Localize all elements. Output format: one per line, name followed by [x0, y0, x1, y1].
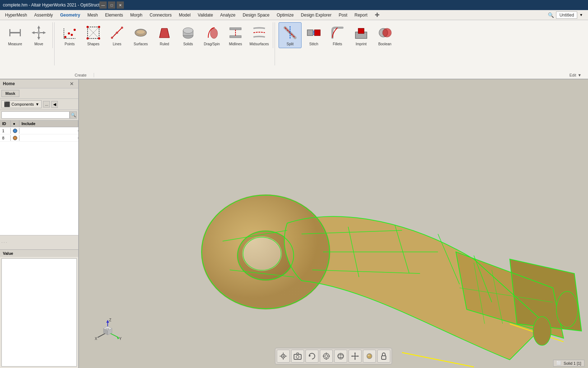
menubar: HyperMesh Assembly Geometry Mesh Element… — [0, 10, 588, 20]
menu-design-explorer[interactable]: Design Explorer — [297, 11, 335, 19]
viewport[interactable]: Z Y X TOP — [79, 79, 588, 368]
tool-surfaces[interactable]: Surfaces — [129, 22, 152, 48]
svg-point-12 — [64, 36, 66, 38]
tool-shapes[interactable]: Shapes — [82, 22, 105, 48]
svg-marker-109 — [358, 355, 359, 357]
ellipsis-label: · · · — [1, 240, 7, 244]
tool-group-basic: Measure Move — [1, 22, 53, 48]
svg-rect-41 — [307, 30, 313, 36]
row-id: 8 — [0, 135, 11, 141]
search-input[interactable] — [1, 111, 70, 119]
svg-rect-37 — [230, 28, 241, 30]
tool-midlines[interactable]: Midlines — [224, 22, 247, 48]
search-button[interactable]: 🔍 — [70, 111, 77, 119]
tool-solids[interactable]: Solids — [177, 22, 200, 48]
menu-report[interactable]: Report — [351, 11, 371, 19]
panel-close-button[interactable]: ✕ — [68, 81, 75, 87]
view-tool[interactable] — [277, 350, 290, 363]
svg-point-35 — [183, 28, 193, 33]
bottom-toolbar — [275, 348, 392, 364]
fillets-icon — [329, 24, 346, 41]
menu-model[interactable]: Model — [175, 11, 194, 19]
svg-point-49 — [383, 28, 391, 37]
home-label: Home — [3, 81, 15, 86]
tool-ruled[interactable]: Ruled — [153, 22, 176, 48]
svg-point-96 — [325, 355, 328, 358]
move-label: Move — [34, 42, 43, 46]
tool-fillets[interactable]: Fillets — [326, 22, 349, 48]
tool-stitch[interactable]: Stitch — [302, 22, 325, 48]
tool-lines[interactable]: Lines — [106, 22, 129, 48]
svg-point-27 — [121, 27, 123, 29]
value-label: Value — [3, 251, 13, 256]
panel-middle: · · · — [0, 235, 78, 249]
menu-validate[interactable]: Validate — [194, 11, 216, 19]
menu-morph[interactable]: Morph — [127, 11, 146, 19]
surfaces-icon — [132, 24, 149, 41]
svg-point-15 — [74, 29, 76, 31]
search-icon[interactable]: 🔍 — [548, 12, 554, 18]
svg-rect-1 — [9, 29, 10, 36]
menu-analyze[interactable]: Analyze — [216, 11, 239, 19]
svg-marker-30 — [159, 28, 169, 38]
lock-tool[interactable] — [377, 350, 390, 363]
minimize-button[interactable]: — — [99, 1, 107, 9]
tool-dragspin[interactable]: Drag/Spin — [200, 22, 223, 48]
menu-post[interactable]: Post — [335, 11, 351, 19]
titlebar-controls[interactable]: — □ ✕ — [99, 1, 124, 9]
svg-point-20 — [98, 26, 100, 28]
edit-dropdown-icon[interactable]: ▼ — [578, 73, 582, 77]
component-selector-row: ⬛ Components ▼ ... ◀ — [0, 99, 78, 110]
render-tool[interactable] — [363, 350, 376, 363]
tool-group-edit: Split Stitch — [276, 22, 398, 48]
rotate-tool[interactable] — [305, 350, 318, 363]
svg-point-14 — [71, 34, 73, 36]
ruled-label: Ruled — [160, 42, 169, 46]
tool-split[interactable]: Split — [279, 22, 302, 48]
split-label: Split — [286, 42, 293, 46]
surfaces-label: Surfaces — [134, 42, 148, 46]
boolean-label: Boolean — [378, 42, 392, 46]
tool-measure[interactable]: Measure — [4, 22, 27, 48]
maximize-button[interactable]: □ — [108, 1, 115, 9]
titlebar: complete.hm - Altair HyperWorks 2021 - O… — [0, 0, 588, 10]
panel-rows: 1 8 — [0, 127, 78, 235]
tool-midsurfaces[interactable]: Midsurfaces — [248, 22, 271, 48]
menu-design-space[interactable]: Design Space — [239, 11, 273, 19]
svg-marker-5 — [37, 26, 40, 28]
camera-tool[interactable] — [291, 350, 304, 363]
svg-point-87 — [283, 355, 284, 357]
menu-optimize[interactable]: Optimize — [273, 11, 297, 19]
svg-point-19 — [87, 26, 89, 28]
svg-point-9 — [37, 31, 40, 34]
tool-imprint[interactable]: Imprint — [350, 22, 373, 48]
svg-point-29 — [136, 30, 145, 34]
move-icon — [30, 24, 47, 41]
close-button[interactable]: ✕ — [117, 1, 124, 9]
col-include: Include — [19, 120, 78, 127]
component-label: Components — [11, 102, 34, 106]
component-icon: ⬛ — [4, 101, 10, 107]
menu-assembly[interactable]: Assembly — [31, 11, 56, 19]
solids-label: Solids — [183, 42, 193, 46]
menu-mesh[interactable]: Mesh — [84, 11, 101, 19]
menu-geometry[interactable]: Geometry — [56, 11, 84, 19]
menu-hypermesh[interactable]: HyperMesh — [1, 11, 31, 19]
target-tool[interactable] — [320, 350, 333, 363]
tool-boolean[interactable]: Boolean — [373, 22, 396, 48]
panel-toolbar: Mask — [0, 88, 78, 99]
midsurfaces-icon — [251, 24, 268, 41]
component-selector[interactable]: ⬛ Components ▼ — [1, 100, 42, 108]
tool-move[interactable]: Move — [27, 22, 50, 48]
menu-connectors[interactable]: Connectors — [146, 11, 175, 19]
dragspin-icon — [203, 24, 220, 41]
transform-tool[interactable] — [349, 350, 361, 363]
more-options-button[interactable]: ... — [43, 101, 50, 107]
pin-button[interactable]: ◀ — [51, 101, 58, 108]
menu-elements[interactable]: Elements — [102, 11, 127, 19]
dropdown-icon[interactable]: ▼ — [579, 13, 583, 17]
menu-add-icon[interactable]: ✚ — [371, 10, 383, 20]
svg-point-21 — [87, 37, 89, 40]
tool-points[interactable]: Points — [58, 22, 81, 48]
orbit-tool[interactable] — [334, 350, 347, 363]
